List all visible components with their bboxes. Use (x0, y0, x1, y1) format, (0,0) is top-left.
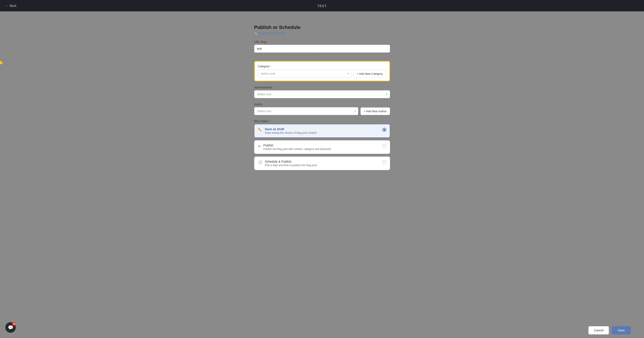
page-title: TEST (317, 4, 326, 8)
author-label: Author (254, 102, 390, 106)
required-star: * (267, 40, 268, 44)
save-button[interactable]: Save (612, 326, 631, 334)
url-slug-label: URL Slug * (254, 40, 390, 44)
status-option-schedule[interactable]: 🕐 Schedule & Publish Pick a date and tim… (254, 156, 390, 170)
category-field-highlighted: Category * Select one ▾ + Add New Catego… (254, 61, 390, 81)
publish-title: Publish (264, 144, 380, 147)
top-navigation-bar: ← Back TEST (0, 0, 644, 12)
publish-option-text: Publish Publish the blog post with conte… (264, 144, 380, 150)
arrow-annotation (0, 45, 9, 72)
pencil-icon: ✏️ (254, 32, 258, 35)
schedule-title: Schedule & Publish (265, 160, 380, 163)
status-option-draft[interactable]: ✏️ Save as Draft Keep saving the version… (254, 124, 390, 138)
url-slug-field-group: URL Slug * Your URL will look like: - ht… (254, 40, 390, 56)
schedule-radio-button[interactable] (382, 160, 386, 164)
author-field-group: Author Select one ▾ + Add New Author (254, 102, 390, 115)
category-select-wrapper: Select one ▾ (258, 70, 351, 78)
draft-radio-button[interactable] (382, 128, 386, 132)
add-new-author-button[interactable]: + Add New Author (360, 108, 390, 115)
publish-radio-button[interactable] (382, 144, 386, 148)
chat-widget[interactable]: 💬 12 (5, 322, 16, 333)
back-label: Back (10, 4, 16, 8)
url-slug-input[interactable] (254, 45, 390, 52)
blog-status-section: Blog Status * ✏️ Save as Draft Keep savi… (254, 120, 390, 170)
seo-link-label: Blog post SEO details (258, 32, 286, 35)
keywords-label: Add Keywords (254, 86, 390, 89)
keywords-select-wrapper: Select one ▾ (254, 90, 390, 98)
author-select-wrapper: Select one ▾ (254, 107, 358, 115)
cancel-button[interactable]: Cancel (588, 326, 609, 334)
footer-actions: Cancel Save (0, 323, 644, 338)
draft-description: Keep saving the version of blog post con… (265, 131, 380, 134)
chat-badge: 12 (12, 322, 16, 326)
blog-status-label: Blog Status * (254, 120, 390, 123)
draft-pencil-icon: ✏️ (258, 128, 262, 132)
blog-status-required-star: * (269, 120, 270, 123)
add-new-category-button[interactable]: + Add New Category (354, 70, 386, 78)
schedule-description: Pick a date and time to publish this blo… (265, 164, 380, 167)
draft-title: Save as Draft (265, 127, 380, 131)
back-arrow-icon: ← (5, 4, 8, 8)
keywords-select[interactable]: Select one (254, 90, 390, 98)
url-hint: Your URL will look like: - https://www.e… (254, 54, 390, 56)
author-select[interactable]: Select one (254, 107, 358, 115)
publish-form-panel: Publish or Schedule ✏️ Blog post SEO det… (254, 24, 390, 174)
main-content-area: Publish or Schedule ✏️ Blog post SEO det… (0, 12, 644, 338)
panel-title: Publish or Schedule (254, 24, 390, 30)
publish-description: Publish the blog post with content, cate… (264, 148, 380, 150)
category-select[interactable]: Select one (258, 70, 351, 78)
schedule-clock-icon: 🕐 (258, 160, 262, 164)
chat-icon: 💬 (8, 325, 13, 330)
status-option-publish[interactable]: ➤ Publish Publish the blog post with con… (254, 140, 390, 154)
seo-details-link[interactable]: ✏️ Blog post SEO details (254, 32, 390, 35)
category-row: Select one ▾ + Add New Category (258, 70, 386, 78)
category-label: Category * (258, 65, 386, 68)
draft-option-text: Save as Draft Keep saving the version of… (265, 127, 380, 134)
publish-send-icon: ➤ (258, 144, 261, 148)
schedule-option-text: Schedule & Publish Pick a date and time … (265, 160, 380, 167)
back-button[interactable]: ← Back (5, 4, 16, 8)
svg-marker-0 (0, 60, 3, 66)
author-row: Select one ▾ + Add New Author (254, 107, 390, 115)
category-required-star: * (270, 65, 271, 68)
keywords-field-group: Add Keywords Select one ▾ (254, 86, 390, 98)
